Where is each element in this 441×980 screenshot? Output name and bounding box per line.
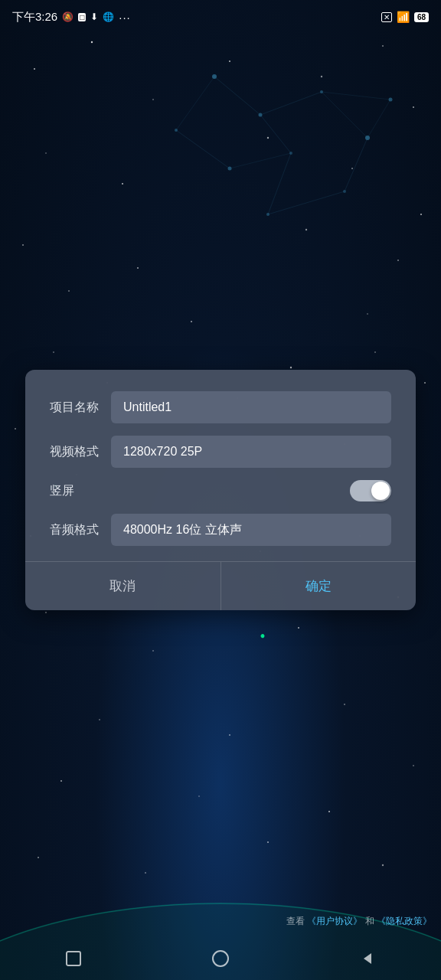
video-format-row: 视频格式: [50, 436, 391, 468]
cancel-button[interactable]: 取消: [25, 562, 221, 610]
project-name-input[interactable]: [111, 391, 391, 423]
dialog-footer: 取消 确定: [25, 562, 416, 610]
portrait-row: 竖屏: [50, 480, 391, 501]
video-format-label: 视频格式: [50, 444, 111, 460]
portrait-toggle[interactable]: [350, 480, 391, 501]
project-name-row: 项目名称: [50, 391, 391, 423]
new-project-dialog: 项目名称 视频格式 竖屏 音频格式: [25, 370, 416, 610]
video-format-input[interactable]: [111, 436, 391, 468]
audio-format-input[interactable]: [111, 514, 391, 546]
toggle-knob: [371, 482, 390, 500]
confirm-button[interactable]: 确定: [221, 562, 416, 610]
dialog-overlay: 项目名称 视频格式 竖屏 音频格式: [0, 0, 441, 980]
dialog-body: 项目名称 视频格式 竖屏 音频格式: [25, 370, 416, 561]
audio-format-row: 音频格式: [50, 514, 391, 546]
portrait-label: 竖屏: [50, 483, 74, 499]
project-name-label: 项目名称: [50, 400, 111, 416]
audio-format-label: 音频格式: [50, 522, 111, 538]
